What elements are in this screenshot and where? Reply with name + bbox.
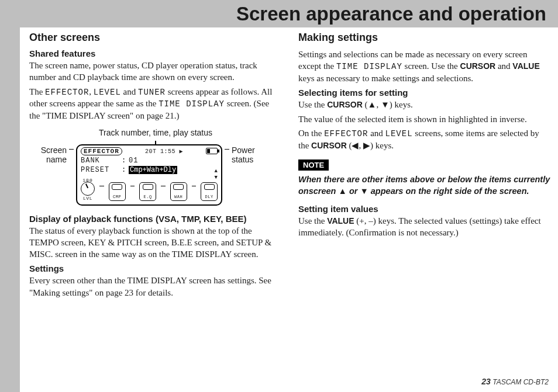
level-knob-icon: 100 LVL: [81, 178, 95, 201]
lcd-diagram: Track number, time, play status Screen n…: [29, 128, 282, 206]
product-model: TASCAM CD-BT2: [492, 378, 549, 386]
shared-features-p2: The EFFECTOR, LEVEL and TUNER screens ap…: [29, 86, 282, 122]
scroll-arrows-icon: ▲▼: [215, 169, 218, 181]
selecting-items-p3: On the EFFECTOR and LEVEL screens, some …: [298, 127, 551, 151]
note-badge: NOTE: [298, 159, 329, 171]
settings-p: Every screen other than the TIME DISPLAY…: [29, 275, 282, 299]
chain-link-icon: [99, 186, 104, 187]
making-settings-heading: Making settings: [298, 32, 551, 44]
making-settings-intro: Settings and selections can be made as n…: [298, 48, 551, 84]
diagram-left-label: Screen name: [29, 144, 67, 165]
side-band: [0, 27, 20, 392]
page-title: Screen appearance and operation: [236, 3, 546, 25]
leader-line-icon: [225, 149, 229, 150]
selecting-items-p1: Use the CURSOR (▲, ▼) keys.: [298, 99, 551, 110]
battery-icon: [206, 148, 218, 154]
right-column: Making settings Settings and selections …: [298, 32, 551, 301]
diagram-right-label: Power status: [232, 144, 269, 165]
pedal-eq-icon: E.Q: [139, 182, 156, 201]
left-column: Other screens Shared features The screen…: [29, 32, 282, 301]
selecting-items-heading: Selecting items for setting: [298, 88, 551, 98]
pedal-wah-icon: WAH: [170, 182, 187, 201]
pedal-cmp-icon: CMP: [109, 182, 126, 201]
shared-features-p1: The screen name, power status, CD player…: [29, 60, 282, 84]
settings-heading: Settings: [29, 263, 282, 273]
setting-item-values-p: Use the VALUE (+, –) keys. The selected …: [298, 215, 551, 239]
chain-link-icon: [192, 186, 197, 187]
selecting-items-p2: The value of the selected item is shown …: [298, 113, 551, 125]
playback-functions-heading: Display of playback functions (VSA, TMP,…: [29, 214, 282, 224]
shared-features-heading: Shared features: [29, 48, 282, 58]
lcd-track-time: 20T 1:55 ▶: [145, 148, 183, 155]
lcd-screen: EFFECTOR 20T 1:55 ▶ BANK:01 PRESET:Cmp+W…: [76, 144, 222, 206]
page-footer: 23 TASCAM CD-BT2: [481, 377, 549, 386]
chain-link-icon: [161, 186, 166, 187]
playback-functions-p: The status of every playback function is…: [29, 225, 282, 261]
lcd-preset-row: PRESET:Cmp+Wah+Dly: [81, 166, 218, 174]
other-screens-heading: Other screens: [29, 32, 282, 44]
lcd-screen-name: EFFECTOR: [81, 147, 122, 155]
setting-item-values-heading: Setting item values: [298, 204, 551, 214]
leader-line-icon: [69, 149, 74, 150]
content: Other screens Shared features The screen…: [29, 32, 551, 301]
header-band: Screen appearance and operation: [0, 0, 558, 27]
diagram-top-label: Track number, time, play status: [29, 128, 282, 137]
lcd-bank-row: BANK:01: [81, 157, 218, 165]
page-number: 23: [481, 377, 491, 386]
pedal-dly-icon: DLY: [201, 182, 218, 201]
lcd-effect-chain: 100 LVL CMP E.Q WAH DLY: [81, 178, 218, 201]
chain-link-icon: [130, 186, 135, 187]
note-text: When there are other items above or belo…: [298, 174, 551, 197]
